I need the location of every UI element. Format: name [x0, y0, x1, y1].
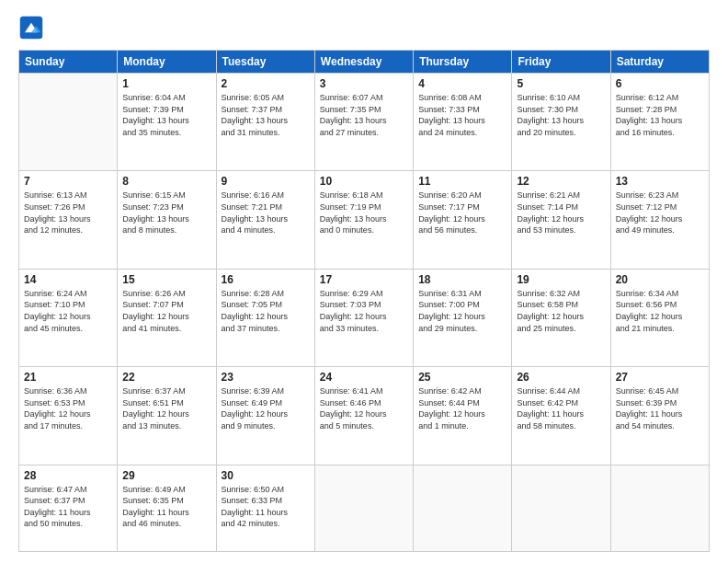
- day-number: 7: [24, 175, 112, 188]
- day-info: Sunrise: 6:21 AM Sunset: 7:14 PM Dayligh…: [517, 190, 605, 236]
- calendar-cell: 14Sunrise: 6:24 AM Sunset: 7:10 PM Dayli…: [19, 269, 118, 366]
- weekday-header-thursday: Thursday: [414, 51, 512, 74]
- calendar-cell: 26Sunrise: 6:44 AM Sunset: 6:42 PM Dayli…: [512, 367, 610, 465]
- day-info: Sunrise: 6:47 AM Sunset: 6:37 PM Dayligh…: [24, 484, 112, 530]
- calendar-cell: 5Sunrise: 6:10 AM Sunset: 7:30 PM Daylig…: [512, 74, 610, 171]
- day-number: 22: [122, 371, 210, 384]
- day-number: 3: [320, 77, 408, 90]
- calendar-cell: 28Sunrise: 6:47 AM Sunset: 6:37 PM Dayli…: [19, 465, 118, 551]
- calendar-cell: 21Sunrise: 6:36 AM Sunset: 6:53 PM Dayli…: [19, 367, 118, 465]
- header: [18, 15, 710, 40]
- day-number: 6: [616, 77, 704, 90]
- calendar-cell: 9Sunrise: 6:16 AM Sunset: 7:21 PM Daylig…: [216, 171, 314, 269]
- day-info: Sunrise: 6:26 AM Sunset: 7:07 PM Dayligh…: [122, 288, 210, 334]
- day-number: 21: [24, 371, 112, 384]
- day-info: Sunrise: 6:29 AM Sunset: 7:03 PM Dayligh…: [320, 288, 408, 334]
- weekday-header-row: SundayMondayTuesdayWednesdayThursdayFrid…: [19, 51, 710, 74]
- calendar-cell: 30Sunrise: 6:50 AM Sunset: 6:33 PM Dayli…: [216, 465, 314, 551]
- day-number: 2: [222, 77, 310, 90]
- weekday-header-sunday: Sunday: [19, 51, 118, 74]
- day-number: 20: [616, 273, 704, 286]
- day-info: Sunrise: 6:15 AM Sunset: 7:23 PM Dayligh…: [122, 190, 210, 236]
- calendar-cell: 18Sunrise: 6:31 AM Sunset: 7:00 PM Dayli…: [414, 269, 512, 366]
- day-number: 29: [122, 469, 210, 482]
- calendar-table: SundayMondayTuesdayWednesdayThursdayFrid…: [18, 50, 710, 552]
- day-info: Sunrise: 6:16 AM Sunset: 7:21 PM Dayligh…: [222, 190, 310, 236]
- calendar-cell: [512, 465, 610, 551]
- calendar-cell: 27Sunrise: 6:45 AM Sunset: 6:39 PM Dayli…: [610, 367, 709, 465]
- day-info: Sunrise: 6:24 AM Sunset: 7:10 PM Dayligh…: [24, 288, 112, 334]
- day-number: 17: [320, 273, 408, 286]
- calendar-cell: 8Sunrise: 6:15 AM Sunset: 7:23 PM Daylig…: [118, 171, 216, 269]
- day-info: Sunrise: 6:41 AM Sunset: 6:46 PM Dayligh…: [320, 385, 408, 431]
- day-info: Sunrise: 6:31 AM Sunset: 7:00 PM Dayligh…: [418, 288, 506, 334]
- day-number: 16: [222, 273, 310, 286]
- calendar-cell: 7Sunrise: 6:13 AM Sunset: 7:26 PM Daylig…: [19, 171, 118, 269]
- day-info: Sunrise: 6:37 AM Sunset: 6:51 PM Dayligh…: [122, 385, 210, 431]
- calendar-cell: 25Sunrise: 6:42 AM Sunset: 6:44 PM Dayli…: [414, 367, 512, 465]
- calendar-cell: 15Sunrise: 6:26 AM Sunset: 7:07 PM Dayli…: [118, 269, 216, 366]
- day-number: 12: [517, 175, 605, 188]
- day-info: Sunrise: 6:28 AM Sunset: 7:05 PM Dayligh…: [222, 288, 310, 334]
- calendar-cell: 19Sunrise: 6:32 AM Sunset: 6:58 PM Dayli…: [512, 269, 610, 366]
- day-number: 28: [24, 469, 112, 482]
- day-number: 25: [418, 371, 506, 384]
- day-info: Sunrise: 6:05 AM Sunset: 7:37 PM Dayligh…: [222, 92, 310, 138]
- page: SundayMondayTuesdayWednesdayThursdayFrid…: [0, 0, 728, 563]
- day-number: 27: [616, 371, 704, 384]
- calendar-cell: 23Sunrise: 6:39 AM Sunset: 6:49 PM Dayli…: [216, 367, 314, 465]
- day-info: Sunrise: 6:39 AM Sunset: 6:49 PM Dayligh…: [222, 385, 310, 431]
- day-info: Sunrise: 6:32 AM Sunset: 6:58 PM Dayligh…: [517, 288, 605, 334]
- day-number: 9: [222, 175, 310, 188]
- calendar-cell: 17Sunrise: 6:29 AM Sunset: 7:03 PM Dayli…: [314, 269, 413, 366]
- weekday-header-tuesday: Tuesday: [216, 51, 314, 74]
- day-number: 24: [320, 371, 408, 384]
- day-info: Sunrise: 6:12 AM Sunset: 7:28 PM Dayligh…: [616, 92, 704, 138]
- calendar-cell: 3Sunrise: 6:07 AM Sunset: 7:35 PM Daylig…: [314, 74, 413, 171]
- day-info: Sunrise: 6:08 AM Sunset: 7:33 PM Dayligh…: [418, 92, 506, 138]
- calendar-cell: [414, 465, 512, 551]
- calendar-cell: 4Sunrise: 6:08 AM Sunset: 7:33 PM Daylig…: [414, 74, 512, 171]
- day-number: 15: [122, 273, 210, 286]
- day-info: Sunrise: 6:18 AM Sunset: 7:19 PM Dayligh…: [320, 190, 408, 236]
- weekday-header-friday: Friday: [512, 51, 610, 74]
- calendar-cell: 6Sunrise: 6:12 AM Sunset: 7:28 PM Daylig…: [610, 74, 709, 171]
- day-info: Sunrise: 6:50 AM Sunset: 6:33 PM Dayligh…: [222, 484, 310, 530]
- calendar-cell: 16Sunrise: 6:28 AM Sunset: 7:05 PM Dayli…: [216, 269, 314, 366]
- calendar-cell: 22Sunrise: 6:37 AM Sunset: 6:51 PM Dayli…: [118, 367, 216, 465]
- weekday-header-wednesday: Wednesday: [314, 51, 413, 74]
- day-number: 14: [24, 273, 112, 286]
- weekday-header-saturday: Saturday: [610, 51, 709, 74]
- calendar-cell: 13Sunrise: 6:23 AM Sunset: 7:12 PM Dayli…: [610, 171, 709, 269]
- day-number: 4: [418, 77, 506, 90]
- day-number: 8: [122, 175, 210, 188]
- calendar-week-row: 21Sunrise: 6:36 AM Sunset: 6:53 PM Dayli…: [19, 367, 710, 465]
- calendar-week-row: 28Sunrise: 6:47 AM Sunset: 6:37 PM Dayli…: [19, 465, 710, 551]
- calendar-cell: 10Sunrise: 6:18 AM Sunset: 7:19 PM Dayli…: [314, 171, 413, 269]
- calendar-cell: 12Sunrise: 6:21 AM Sunset: 7:14 PM Dayli…: [512, 171, 610, 269]
- calendar-week-row: 14Sunrise: 6:24 AM Sunset: 7:10 PM Dayli…: [19, 269, 710, 366]
- day-number: 26: [517, 371, 605, 384]
- day-number: 30: [222, 469, 310, 482]
- calendar-cell: [610, 465, 709, 551]
- day-info: Sunrise: 6:34 AM Sunset: 6:56 PM Dayligh…: [616, 288, 704, 334]
- calendar-week-row: 7Sunrise: 6:13 AM Sunset: 7:26 PM Daylig…: [19, 171, 710, 269]
- calendar-cell: 24Sunrise: 6:41 AM Sunset: 6:46 PM Dayli…: [314, 367, 413, 465]
- calendar-cell: 1Sunrise: 6:04 AM Sunset: 7:39 PM Daylig…: [118, 74, 216, 171]
- day-info: Sunrise: 6:36 AM Sunset: 6:53 PM Dayligh…: [24, 385, 112, 431]
- calendar-cell: [314, 465, 413, 551]
- calendar-cell: [19, 74, 118, 171]
- day-number: 18: [418, 273, 506, 286]
- day-info: Sunrise: 6:45 AM Sunset: 6:39 PM Dayligh…: [616, 385, 704, 431]
- day-info: Sunrise: 6:10 AM Sunset: 7:30 PM Dayligh…: [517, 92, 605, 138]
- day-number: 10: [320, 175, 408, 188]
- calendar-cell: 11Sunrise: 6:20 AM Sunset: 7:17 PM Dayli…: [414, 171, 512, 269]
- day-number: 5: [517, 77, 605, 90]
- day-number: 13: [616, 175, 704, 188]
- calendar-week-row: 1Sunrise: 6:04 AM Sunset: 7:39 PM Daylig…: [19, 74, 710, 171]
- weekday-header-monday: Monday: [118, 51, 216, 74]
- day-info: Sunrise: 6:07 AM Sunset: 7:35 PM Dayligh…: [320, 92, 408, 138]
- calendar-cell: 29Sunrise: 6:49 AM Sunset: 6:35 PM Dayli…: [118, 465, 216, 551]
- day-info: Sunrise: 6:04 AM Sunset: 7:39 PM Dayligh…: [122, 92, 210, 138]
- day-info: Sunrise: 6:42 AM Sunset: 6:44 PM Dayligh…: [418, 385, 506, 431]
